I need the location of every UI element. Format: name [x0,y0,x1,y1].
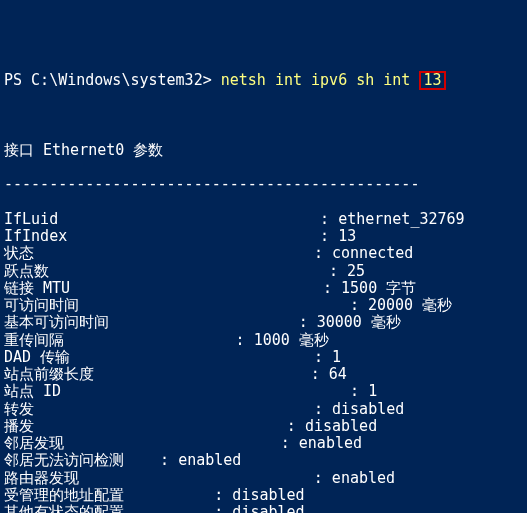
blank-1 [4,107,523,124]
output-row: 邻居无法访问检测 : enabled [4,452,523,469]
output-row: 链接 MTU : 1500 字节 [4,280,523,297]
output-row: 转发 : disabled [4,401,523,418]
output-row: IfLuid : ethernet_32769 [4,211,523,228]
output-row: 状态 : connected [4,245,523,262]
output-row: 播发 : disabled [4,418,523,435]
output-row: 邻居发现 : enabled [4,435,523,452]
output-row: 站点前缀长度 : 64 [4,366,523,383]
prompt-1: PS C:\Windows\system32> [4,71,221,89]
output-row: 其他有状态的配置 : disabled [4,504,523,513]
output-row: 站点 ID : 1 [4,383,523,400]
divider: ----------------------------------------… [4,176,523,193]
output-row: DAD 传输 : 1 [4,349,523,366]
output-row: 受管理的地址配置 : disabled [4,487,523,504]
output-row: 基本可访问时间 : 30000 毫秒 [4,314,523,331]
output-row: 可访问时间 : 20000 毫秒 [4,297,523,314]
prompt-line-1[interactable]: PS C:\Windows\system32> netsh int ipv6 s… [4,71,523,90]
output-row: IfIndex : 13 [4,228,523,245]
interface-header: 接口 Ethernet0 参数 [4,142,523,159]
output-rows: IfLuid : ethernet_32769IfIndex : 13状态 : … [4,211,523,513]
command-arg-highlight: 13 [419,71,445,90]
output-row: 路由器发现 : enabled [4,470,523,487]
command-prefix: netsh int ipv6 sh int [221,71,420,89]
output-row: 重传间隔 : 1000 毫秒 [4,332,523,349]
output-row: 跃点数 : 25 [4,263,523,280]
